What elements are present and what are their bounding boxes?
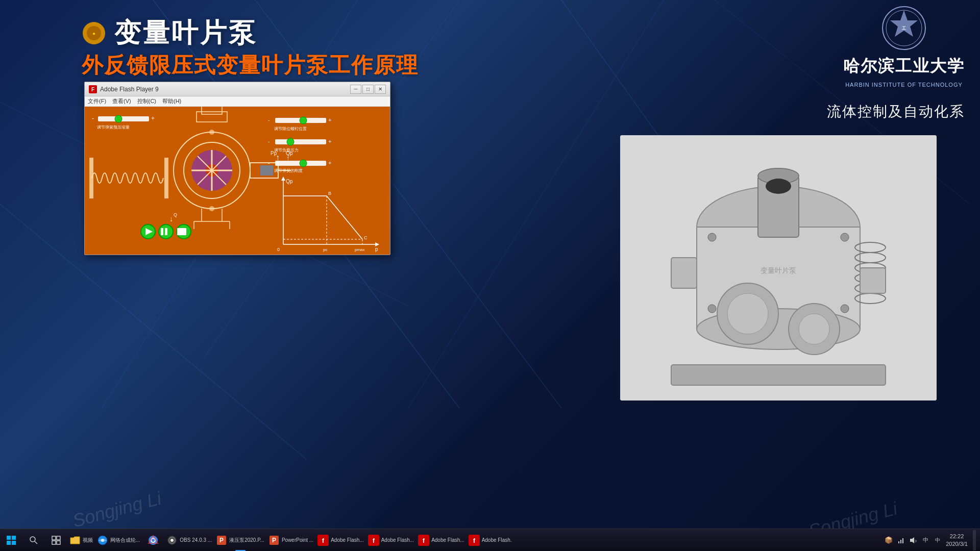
svg-text:f: f	[473, 537, 475, 544]
ppt-label-1: 液压泵2020.P...	[229, 537, 264, 544]
svg-text:↓: ↓	[169, 215, 173, 223]
powerpoint-icon-2: P	[268, 535, 280, 546]
svg-text:调节弹簧的刚度: 调节弹簧的刚度	[274, 168, 303, 173]
svg-point-133	[170, 539, 174, 542]
flash-content: - + 调节弹簧预压缩量	[85, 107, 390, 255]
maximize-button[interactable]: □	[362, 85, 374, 94]
start-button[interactable]	[0, 529, 22, 552]
menu-help[interactable]: 帮助(H)	[162, 97, 181, 105]
file-manager-label: 视频	[83, 537, 93, 544]
flash-icon-3: f	[418, 535, 429, 546]
minimize-button[interactable]: ─	[350, 85, 361, 94]
svg-text:-: -	[268, 160, 270, 166]
svg-marker-149	[910, 537, 914, 543]
svg-point-106	[799, 314, 829, 344]
svg-rect-116	[7, 536, 11, 540]
svg-text:pc: pc	[323, 247, 327, 252]
main-title: 变量叶片泵	[114, 15, 257, 51]
department: 流体控制及自动化系	[827, 102, 965, 121]
input-method-icon[interactable]: 中	[933, 535, 943, 545]
svg-rect-57	[275, 139, 326, 144]
system-clock[interactable]: 22:22 2020/3/1	[946, 533, 968, 547]
svg-text:P: P	[272, 537, 276, 544]
svg-text:↑: ↑	[286, 155, 289, 162]
close-button[interactable]: ✕	[375, 85, 386, 94]
flash-simulation: - + 调节弹簧预压缩量	[85, 107, 390, 255]
flash-label-2: Adobe Flash...	[381, 537, 414, 543]
svg-rect-19	[89, 158, 93, 198]
flash-icon-4: f	[469, 535, 480, 546]
svg-point-120	[30, 537, 35, 542]
svg-text:0: 0	[277, 247, 280, 252]
package-icon[interactable]: 📦	[884, 535, 894, 545]
flash-button-1[interactable]: f Adobe Flash...	[315, 529, 365, 552]
svg-text:+: +	[328, 138, 331, 144]
watermark-left: Songjing Li	[70, 488, 164, 532]
search-button[interactable]	[22, 529, 45, 552]
browser-button[interactable]: 网络合成轮...	[95, 529, 142, 552]
svg-rect-146	[898, 541, 899, 543]
flash-titlebar: F Adobe Flash Player 9 ─ □ ✕	[85, 82, 390, 96]
svg-text:调节弹簧预压缩量: 调节弹簧预压缩量	[97, 125, 130, 130]
svg-text:调节限位螺钉位置: 调节限位螺钉位置	[274, 127, 307, 131]
svg-rect-85	[161, 228, 163, 235]
svg-rect-122	[52, 536, 56, 540]
file-manager-button[interactable]: 视频	[67, 529, 95, 552]
chrome-icon	[148, 535, 159, 546]
svg-text:+: +	[328, 117, 331, 123]
ppt-button-2[interactable]: P PowerPoint ...	[266, 529, 315, 552]
svg-point-109	[708, 305, 716, 313]
svg-text:Qp: Qp	[286, 179, 293, 184]
flash-button-4[interactable]: f Adobe Flash.	[467, 529, 514, 552]
obs-label: OBS 24.0.3 ...	[180, 537, 212, 543]
flash-app-icon: F	[89, 85, 97, 93]
menu-control[interactable]: 控制(C)	[137, 97, 156, 105]
svg-point-58	[287, 138, 294, 145]
svg-rect-114	[860, 268, 886, 293]
svg-text:+: +	[328, 160, 331, 166]
menu-file[interactable]: 文件(F)	[88, 97, 106, 105]
flash-button-2[interactable]: f Adobe Flash...	[366, 529, 416, 552]
svg-text:-: -	[92, 115, 94, 122]
windows-logo-icon	[6, 535, 16, 545]
show-desktop-button[interactable]	[973, 530, 976, 550]
title-area: ● 变量叶片泵	[82, 15, 257, 51]
svg-rect-123	[57, 536, 60, 540]
svg-text:●: ●	[92, 31, 95, 36]
task-view-button[interactable]	[45, 529, 67, 552]
svg-text:p: p	[375, 246, 378, 252]
ppt-label-2: PowerPoint ...	[282, 537, 313, 543]
svg-rect-119	[12, 541, 16, 545]
svg-text:调节负载压力: 调节负载压力	[274, 148, 299, 153]
flash-button-3[interactable]: f Adobe Flash...	[416, 529, 466, 552]
chrome-button[interactable]	[142, 529, 164, 552]
svg-rect-88	[177, 228, 186, 235]
svg-point-63	[300, 160, 307, 167]
menu-view[interactable]: 查看(V)	[112, 97, 131, 105]
svg-text:B: B	[328, 191, 331, 196]
taskbar: 视频 网络合成轮... OBS 24.0.3 ... P	[0, 529, 980, 551]
flash-player-window: F Adobe Flash Player 9 ─ □ ✕ 文件(F) 查看(V)…	[84, 82, 390, 255]
task-view-icon	[52, 536, 61, 545]
flash-label-4: Adobe Flash.	[482, 537, 512, 543]
svg-text:-: -	[268, 138, 270, 144]
svg-rect-86	[165, 228, 167, 235]
network-icon[interactable]	[896, 535, 906, 545]
svg-point-130	[152, 539, 155, 542]
obs-button[interactable]: OBS 24.0.3 ...	[164, 529, 214, 552]
system-tray: 📦 )) 中 中 22:22 2020/3/1	[884, 530, 980, 550]
flash-window-title: Adobe Flash Player 9	[100, 86, 347, 93]
clock-time: 22:22	[950, 533, 964, 540]
svg-point-23	[115, 115, 122, 122]
volume-icon[interactable]: ))	[908, 535, 918, 545]
system-icons: 📦 )) 中 中	[884, 535, 943, 545]
flash-icon-2: f	[368, 535, 379, 546]
svg-text:P: P	[219, 537, 224, 544]
university-name-en: HARBIN INSTITUTE OF TECHNOLOGY	[845, 82, 963, 88]
browser-icon	[97, 535, 108, 546]
ppt-button-1[interactable]: P 液压泵2020.P...	[214, 529, 266, 552]
svg-rect-40	[260, 165, 273, 176]
svg-point-111	[766, 179, 791, 194]
search-icon	[29, 536, 38, 545]
keyboard-layout-icon[interactable]: 中	[920, 535, 930, 545]
